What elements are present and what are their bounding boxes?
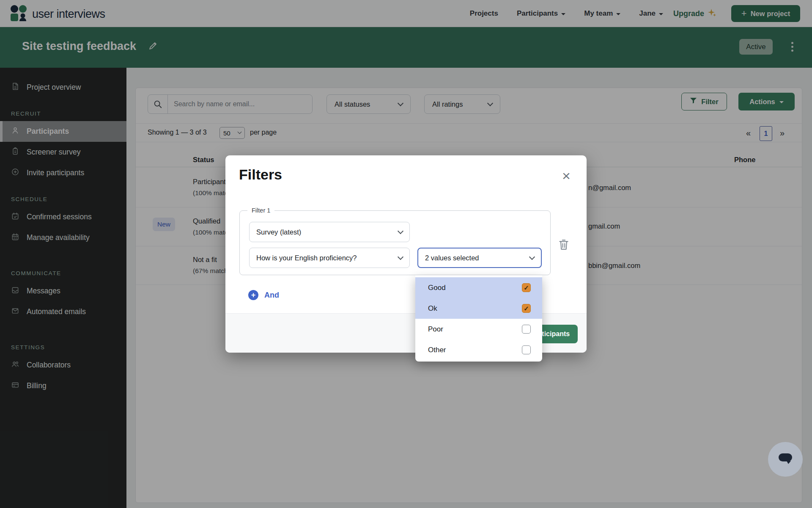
- filter-values-select[interactable]: 2 values selected: [417, 248, 542, 268]
- checkbox-empty-icon[interactable]: [522, 345, 531, 354]
- chevron-down-icon: [529, 254, 535, 260]
- option-poor[interactable]: Poor: [415, 319, 542, 340]
- chat-launcher-button[interactable]: [768, 442, 803, 477]
- checkbox-checked-icon[interactable]: ✓: [522, 304, 531, 313]
- chevron-down-icon: [398, 254, 403, 260]
- chat-bubble-icon: [776, 449, 795, 469]
- option-good[interactable]: Good ✓: [415, 277, 542, 298]
- checkbox-empty-icon[interactable]: [522, 325, 531, 334]
- plus-icon: +: [248, 290, 258, 300]
- values-dropdown-list: Good ✓ Ok ✓ Poor Other: [415, 275, 542, 362]
- filter-group-label: Filter 1: [247, 207, 274, 214]
- checkbox-checked-icon[interactable]: ✓: [522, 283, 531, 292]
- filters-modal: Filters × Filter 1 Survey (latest) How i…: [225, 155, 587, 353]
- trash-icon: [558, 246, 569, 252]
- app-page: user interviews Projects Participants My…: [0, 0, 812, 508]
- filter-question-select[interactable]: How is your English proficiency?: [249, 248, 410, 268]
- add-and-filter-button[interactable]: + And: [248, 290, 279, 300]
- delete-filter-button[interactable]: [556, 237, 571, 254]
- chevron-down-icon: [398, 228, 403, 234]
- option-other[interactable]: Other: [415, 340, 542, 360]
- filter-source-select[interactable]: Survey (latest): [249, 222, 410, 242]
- option-ok[interactable]: Ok ✓: [415, 298, 542, 319]
- modal-title: Filters: [239, 166, 282, 183]
- close-icon[interactable]: ×: [558, 167, 575, 184]
